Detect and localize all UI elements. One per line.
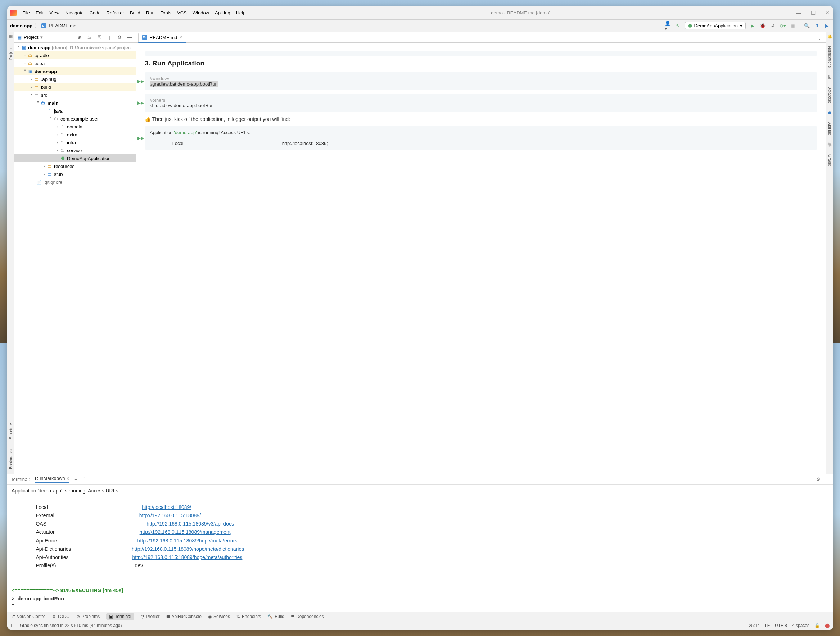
divider-v: |: [106, 34, 113, 41]
main-area: ▦ Project Structure Bookmarks ▣ Project …: [7, 32, 452, 343]
menu-apihug[interactable]: ApiHug: [215, 10, 231, 16]
run-gutter-icon[interactable]: ▶▶: [137, 135, 144, 141]
menu-run[interactable]: Run: [146, 10, 155, 16]
app-icon: [10, 10, 17, 16]
breadcrumb-root[interactable]: demo-app: [10, 23, 32, 28]
tree-gradle[interactable]: ›🗀.gradle: [14, 52, 136, 59]
run-gutter-icon[interactable]: ▶▶: [137, 79, 144, 84]
tree-main[interactable]: ˅🗀main: [14, 99, 136, 107]
ide-window: File Edit View Navigate Code Refactor Bu…: [7, 6, 452, 343]
tree-idea[interactable]: ›🗀.idea: [14, 59, 136, 67]
tree-stub[interactable]: ›🗀stub: [14, 170, 136, 178]
project-dropdown[interactable]: ▾: [40, 35, 43, 40]
tree-service[interactable]: ›🗀service: [14, 146, 136, 154]
md-heading: 3. Run Application: [145, 59, 452, 67]
breadcrumb[interactable]: demo-app 〉 M↓ README.md: [10, 23, 76, 29]
tree-src[interactable]: ˅🗀src: [14, 91, 136, 99]
code-others: ▶▶ #others sh gradlew demo-app:bootRun: [145, 94, 452, 112]
tree-root[interactable]: ˅▣demo-app [demo] D:\Aaron\workspace\pro…: [14, 44, 136, 52]
proj-icon[interactable]: ▦: [9, 34, 13, 39]
tree-infra[interactable]: ›🗀infra: [14, 139, 136, 146]
md-text: 👍 Then just kick off the application, in…: [145, 116, 452, 122]
menu-file[interactable]: File: [22, 10, 30, 16]
menu-window[interactable]: Window: [193, 10, 209, 16]
breadcrumb-file[interactable]: README.md: [49, 23, 76, 28]
markdown-icon: M↓: [41, 24, 46, 28]
tree-gitignore[interactable]: 📄.gitignore: [14, 178, 136, 186]
code-windows: ▶▶ #windows ./gradlew.bat demo-app:bootR…: [145, 72, 452, 90]
project-tree[interactable]: ˅▣demo-app [demo] D:\Aaron\workspace\pro…: [14, 43, 136, 343]
markdown-icon: M↓: [142, 35, 147, 40]
tree-resources[interactable]: ›🗀resources: [14, 162, 136, 170]
menu-navigate[interactable]: Navigate: [65, 10, 84, 16]
menu-refactor[interactable]: Refactor: [107, 10, 124, 16]
editor-tab-label: README.md: [149, 35, 177, 40]
window-title: demo - README.md [demo]: [245, 10, 452, 16]
tree-build[interactable]: ›🗀build: [14, 83, 136, 91]
menu-view[interactable]: View: [49, 10, 59, 16]
editor-tab-readme[interactable]: M↓ README.md ✕: [138, 33, 186, 43]
project-label: Project: [24, 35, 38, 40]
nav-toolbar: demo-app 〉 M↓ README.md 👤▾ ↖ ⬣ DemoAppAp…: [7, 20, 452, 32]
left-rail-project[interactable]: Project: [9, 46, 13, 61]
tree-extra[interactable]: ›🗀extra: [14, 131, 136, 139]
locate-icon[interactable]: ⊕: [76, 34, 82, 41]
project-sidebar: ▣ Project ▾ ⊕ ⇲ ⇱ | ⚙ — ˅▣demo-app [demo…: [14, 32, 136, 343]
menu-code[interactable]: Code: [90, 10, 101, 16]
project-header: ▣ Project ▾ ⊕ ⇲ ⇱ | ⚙ —: [14, 32, 136, 43]
tree-demoapp[interactable]: ˅▣demo-app: [14, 67, 136, 75]
close-tab-icon[interactable]: ✕: [179, 35, 182, 40]
tree-pkg[interactable]: ˅🗀com.example.user: [14, 115, 136, 123]
titlebar: File Edit View Navigate Code Refactor Bu…: [7, 6, 452, 20]
menu-edit[interactable]: Edit: [36, 10, 44, 16]
menu-vcs[interactable]: VCS: [177, 10, 187, 16]
menu-build[interactable]: Build: [130, 10, 141, 16]
editor-pane: M↓ README.md ✕ ⋮ 3. Run Application ▶▶ #…: [136, 32, 452, 343]
expand-icon[interactable]: ⇲: [86, 34, 93, 41]
markdown-preview[interactable]: 3. Run Application ▶▶ #windows ./gradlew…: [136, 43, 452, 343]
left-rail: ▦ Project Structure Bookmarks: [7, 32, 14, 343]
tree-apihug[interactable]: ›🗀.apihug: [14, 75, 136, 83]
tree-appclass[interactable]: ⬣DemoAppApplication: [14, 154, 136, 162]
menubar: File Edit View Navigate Code Refactor Bu…: [22, 10, 245, 16]
breadcrumb-sep: 〉: [35, 23, 39, 29]
run-gutter-icon[interactable]: ▶▶: [137, 100, 144, 105]
hide-icon[interactable]: —: [126, 34, 133, 41]
collapse-icon[interactable]: ⇱: [96, 34, 103, 41]
menu-tools[interactable]: Tools: [161, 10, 171, 16]
gear-icon[interactable]: ⚙: [116, 34, 123, 41]
editor-tabs: M↓ README.md ✕ ⋮: [136, 32, 452, 43]
code-top: [145, 52, 452, 56]
tree-java[interactable]: ˅🗀java: [14, 107, 136, 115]
tree-domain[interactable]: ›🗀domain: [14, 123, 136, 131]
code-output: ▶▶ Application 'demo-app' is running! Ac…: [145, 126, 452, 150]
menu-help[interactable]: Help: [236, 10, 246, 16]
proj-folder-icon: ▣: [17, 35, 22, 40]
